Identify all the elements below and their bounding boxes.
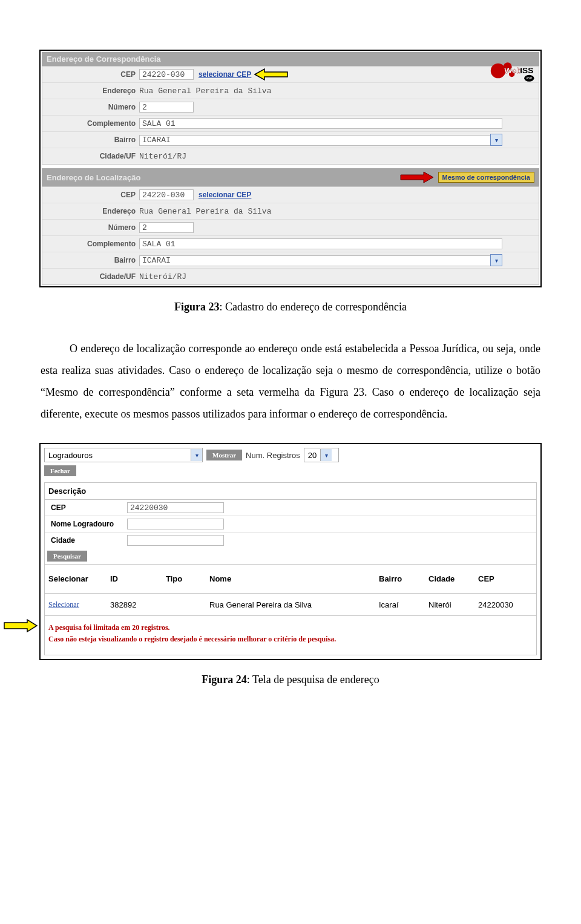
endereco-label: Endereço <box>45 87 139 95</box>
numero-input[interactable] <box>139 222 194 233</box>
section-title: Endereço de Correspondência <box>47 54 161 64</box>
search-toolbar: Logradouros ▾ Mostrar Num. Registros 20 … <box>44 448 537 462</box>
fechar-button[interactable]: Fechar <box>44 465 76 476</box>
figure-23-caption: Figura 23: Cadastro do endereço de corre… <box>39 301 542 313</box>
combo-value: Logradouros <box>45 451 96 460</box>
combo-value: 20 <box>304 451 320 460</box>
form-correspondencia: CEP selecionar CEP Endereço Rua General … <box>42 66 539 165</box>
pesquisar-button[interactable]: Pesquisar <box>47 551 87 562</box>
cep-label: CEP <box>45 191 139 199</box>
figure-24-screenshot: Logradouros ▾ Mostrar Num. Registros 20 … <box>39 443 542 660</box>
bairro-input[interactable] <box>139 255 502 266</box>
endereco-label: Endereço <box>45 207 139 215</box>
section-title: Endereço de Localização <box>47 173 140 182</box>
cep-label: CEP <box>45 70 139 79</box>
selecionar-cep-link[interactable]: selecionar CEP <box>199 70 251 79</box>
cell-cidade: Niterói <box>425 594 474 616</box>
paragraph-text: O endereço de localização corresponde ao… <box>41 338 540 425</box>
warning-message: A pesquisa foi limitada em 20 registros.… <box>45 616 536 655</box>
endereco-value: Rua General Pereira da Silva <box>139 87 271 96</box>
endereco-value: Rua General Pereira da Silva <box>139 207 271 216</box>
caption-bold: Figura 24 <box>202 673 247 686</box>
yellow-arrow-icon <box>3 618 38 633</box>
complemento-input[interactable] <box>139 118 502 129</box>
descricao-heading: Descrição <box>45 483 536 499</box>
svg-marker-7 <box>255 69 287 80</box>
figure-23-screenshot: Endereço de Correspondência CEP selecion… <box>39 50 542 287</box>
col-tipo: Tipo <box>162 565 206 594</box>
body-paragraph: O endereço de localização corresponde ao… <box>41 338 540 425</box>
caption-text: : Cadastro do endereço de correspondênci… <box>220 301 407 313</box>
cep-input[interactable] <box>139 189 194 200</box>
selecionar-link[interactable]: Selecionar <box>48 600 79 609</box>
col-id: ID <box>107 565 162 594</box>
svg-point-0 <box>491 64 506 79</box>
num-registros-select[interactable]: 20 ▾ <box>304 448 339 462</box>
cidade-label: Cidade/UF <box>45 152 139 160</box>
numero-label: Número <box>45 103 139 111</box>
numero-label: Número <box>45 223 139 232</box>
warning-line2: Caso não esteja visualizando o registro … <box>48 634 533 645</box>
chevron-down-icon[interactable]: ▾ <box>490 254 502 266</box>
cell-bairro: Icaraí <box>375 594 425 616</box>
chevron-down-icon[interactable]: ▾ <box>490 134 502 146</box>
webiss-logo: Web ISS ASP <box>488 57 537 87</box>
section-header-localizacao: Endereço de Localização Mesmo de corresp… <box>42 168 539 186</box>
cep-filter-label: CEP <box>47 503 127 512</box>
numero-input[interactable] <box>139 102 194 113</box>
cidade-value: Niterói/RJ <box>139 152 186 161</box>
svg-text:ISS: ISS <box>520 66 533 75</box>
cell-nome: Rua General Pereira da Silva <box>206 594 375 616</box>
red-arrow-icon <box>399 171 435 184</box>
svg-marker-8 <box>401 172 433 183</box>
svg-text:ASP: ASP <box>527 77 533 80</box>
figure-24-caption: Figura 24: Tela de pesquisa de endereço <box>39 673 542 686</box>
col-selecionar: Selecionar <box>45 565 107 594</box>
selecionar-cep-link[interactable]: selecionar CEP <box>199 191 251 199</box>
col-bairro: Bairro <box>375 565 425 594</box>
col-cidade: Cidade <box>425 565 474 594</box>
cell-cep: 24220030 <box>474 594 536 616</box>
num-registros-label: Num. Registros <box>246 451 300 460</box>
yellow-arrow-icon <box>254 68 289 81</box>
col-cep: CEP <box>474 565 536 594</box>
mostrar-button[interactable]: Mostrar <box>206 450 242 460</box>
bairro-label: Bairro <box>45 256 139 264</box>
cidade-filter-input[interactable] <box>127 535 224 546</box>
complemento-input[interactable] <box>139 238 502 249</box>
nome-filter-input[interactable] <box>127 519 224 529</box>
caption-text: : Tela de pesquisa de endereço <box>247 673 379 686</box>
form-localizacao: CEP selecionar CEP Endereço Rua General … <box>42 186 539 285</box>
table-row: Selecionar 382892 Rua General Pereira da… <box>45 594 536 616</box>
svg-marker-9 <box>4 620 37 632</box>
section-header-correspondencia: Endereço de Correspondência <box>42 52 539 66</box>
bairro-input[interactable] <box>139 135 502 146</box>
complemento-label: Complemento <box>45 240 139 248</box>
nome-filter-label: Nome Logradouro <box>47 520 127 528</box>
cell-id: 382892 <box>107 594 162 616</box>
mesmo-correspondencia-button[interactable]: Mesmo de correspondência <box>438 172 535 183</box>
chevron-down-icon[interactable]: ▾ <box>191 449 202 461</box>
cidade-value: Niterói/RJ <box>139 272 186 281</box>
col-nome: Nome <box>206 565 375 594</box>
svg-text:Web: Web <box>504 66 522 75</box>
caption-bold: Figura 23 <box>174 301 220 313</box>
cidade-filter-label: Cidade <box>47 536 127 545</box>
warning-line1: A pesquisa foi limitada em 20 registros. <box>48 622 533 634</box>
cidade-label: Cidade/UF <box>45 272 139 281</box>
chevron-down-icon[interactable]: ▾ <box>320 449 332 461</box>
complemento-label: Complemento <box>45 119 139 128</box>
bairro-label: Bairro <box>45 136 139 144</box>
results-table: Selecionar ID Tipo Nome Bairro Cidade CE… <box>45 564 536 616</box>
logradouros-select[interactable]: Logradouros ▾ <box>44 448 203 462</box>
cep-filter-input[interactable] <box>127 502 224 513</box>
cep-input[interactable] <box>139 69 194 80</box>
cell-tipo <box>162 594 206 616</box>
